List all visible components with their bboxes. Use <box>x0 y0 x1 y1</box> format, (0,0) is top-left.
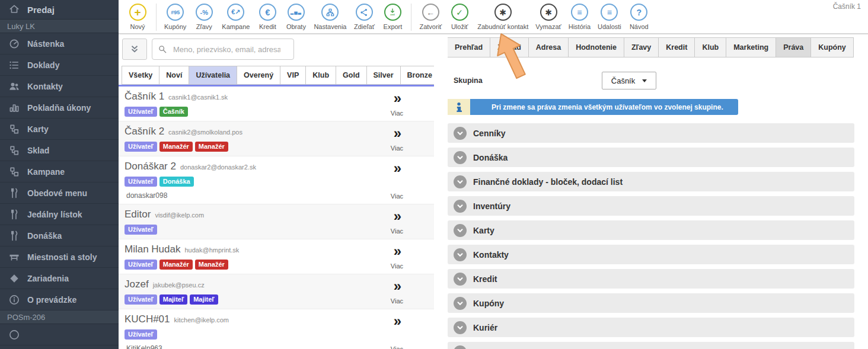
kampane-button[interactable]: €↗Kampane <box>218 4 253 30</box>
detail-tab-zľavy[interactable]: Zľavy <box>624 37 659 57</box>
section-kredit[interactable]: Kredit <box>448 269 854 289</box>
sidebar-item-pokladňa-úkony[interactable]: Pokladňa úkony <box>0 97 119 119</box>
kupóny-button[interactable]: #95Kupóny <box>161 4 190 30</box>
zabudnúť-kontakt-icon: ✱ <box>494 4 512 21</box>
toolbar-button-label: Export <box>384 23 403 30</box>
toolbar-button-label: Obraty <box>286 23 306 30</box>
filter-tab-klub[interactable]: Klub <box>305 66 336 85</box>
contact-row-jozef[interactable]: Jozefjakubek@pseu.czUžívateľMajiteľMajit… <box>119 274 434 309</box>
download-xml-icon: xml <box>388 8 397 17</box>
contact-email: hudak@hmprint.sk <box>185 246 240 254</box>
sidebar-item-o-prevádzke[interactable]: O prevádzke <box>0 289 119 310</box>
detail-tab-kupóny[interactable]: Kupóny <box>810 37 854 57</box>
kredit-button[interactable]: €Kredit <box>253 4 282 30</box>
detail-tab-základ[interactable]: Základ <box>490 37 529 57</box>
sidebar-item-zariadenia[interactable]: Zariadenia <box>0 268 119 289</box>
circle-icon <box>8 329 20 341</box>
filter-tab-overený[interactable]: Overený <box>237 66 280 85</box>
contact-more-button[interactable]: »Viac <box>391 162 403 200</box>
nový-button[interactable]: +Nový <box>123 4 152 30</box>
filter-tab-vip[interactable]: VIP <box>280 66 306 85</box>
detail-tab-kredit[interactable]: Kredit <box>658 37 695 57</box>
contact-row-donáškar-2[interactable]: Donáškar 2donaskar2@donaskar2.skUžívateľ… <box>119 156 434 204</box>
uložiť-button[interactable]: ✓Uložiť <box>445 4 474 30</box>
sidebar-item-donáška[interactable]: Donáška <box>0 225 119 246</box>
contact-list: Čašník 1casnik1@casnik1.skUžívateľČašník… <box>119 87 434 349</box>
sidebar-item-kontakty[interactable]: Kontakty <box>0 76 119 97</box>
filter-tab-noví[interactable]: Noví <box>159 66 189 85</box>
filter-tab-užívatelia[interactable]: Užívatelia <box>189 66 237 85</box>
contact-more-button[interactable]: »Viac <box>391 280 403 305</box>
zdieľať-button[interactable]: Zdieľať <box>350 4 378 30</box>
uložiť-icon: ✓ <box>451 4 468 21</box>
sidebar-item-doklady[interactable]: Doklady <box>0 55 119 76</box>
section-cenníky[interactable]: Cenníky <box>448 123 854 143</box>
contact-more-button[interactable]: »Viac <box>391 315 403 349</box>
detail-tab-práva[interactable]: Práva <box>776 37 811 57</box>
search-input[interactable] <box>172 44 282 55</box>
sidebar-item-kampane[interactable]: Kampane <box>0 161 119 182</box>
contact-row-kuch-01[interactable]: KUCH#01kitchen@ikelp.comUžívateľKitiKelp… <box>119 309 434 349</box>
section-kuriér[interactable]: Kuriér <box>448 318 854 337</box>
section-karty[interactable]: Karty <box>448 220 854 240</box>
contact-row-čašník-1[interactable]: Čašník 1casnik1@casnik1.skUžívateľČašník… <box>119 87 434 121</box>
sidebar-item-miestnosti-a-stoly[interactable]: Miestnosti a stoly <box>0 246 119 268</box>
chevron-circle <box>454 297 467 310</box>
contact-row-čašník-2[interactable]: Čašník 2casnik2@smolkoland.posUžívateľMa… <box>119 121 434 156</box>
filter-tab-všetky[interactable]: Všetky <box>122 66 159 85</box>
contact-more-button[interactable]: »Viac <box>391 245 403 270</box>
sidebar-item-obedové-menu[interactable]: Obedové menu <box>0 182 119 204</box>
toolbar-button-label: Udalosti <box>598 23 621 30</box>
sidebar-item-sklad[interactable]: Sklad <box>0 140 119 161</box>
udalosti-button[interactable]: ≡Udalosti <box>594 4 625 30</box>
vymazať-button[interactable]: ✱Vymazať <box>532 4 564 30</box>
nastavenia-button[interactable]: Nastavenia <box>310 4 350 30</box>
zľavy-button[interactable]: -%Zľavy <box>190 4 218 30</box>
filter-tab-bronze[interactable]: Bronze <box>400 66 434 85</box>
sidebar-item-partial[interactable] <box>0 324 119 345</box>
section-kupóny[interactable]: Kupóny <box>448 293 854 313</box>
group-select[interactable]: Čašník <box>602 72 656 89</box>
current-user-label: Čašník 1 <box>833 2 861 11</box>
sidebar-item-karty[interactable]: Karty <box>0 119 119 140</box>
detail-tab-marketing[interactable]: Marketing <box>726 37 776 57</box>
filter-tab-gold[interactable]: Gold <box>336 66 366 85</box>
obraty-button[interactable]: ▂▅▃Obraty <box>282 4 310 30</box>
search-box <box>152 39 294 60</box>
collapse-search-button[interactable] <box>122 39 147 60</box>
contact-more-button[interactable]: »Viac <box>391 127 403 152</box>
zatvoriť-button[interactable]: ←Zatvoriť <box>416 4 445 30</box>
info-banner-icon-box <box>448 99 470 115</box>
filter-tab-silver[interactable]: Silver <box>366 66 401 85</box>
section-finančné-doklady-bloček-dodací-list[interactable]: Finančné doklady - bloček, dodací list <box>448 172 854 191</box>
section-donáška[interactable]: Donáška <box>448 148 854 167</box>
section-label: Inventúry <box>473 201 510 211</box>
section-partial[interactable] <box>448 342 854 349</box>
contact-row-milan-hudak[interactable]: Milan Hudakhudak@hmprint.skUžívateľManaž… <box>119 239 434 274</box>
contact-row-editor[interactable]: Editorvisdif@ikelp.comUžívateľ»Viac <box>119 204 434 239</box>
section-inventúry[interactable]: Inventúry <box>448 196 854 216</box>
section-kontakty[interactable]: Kontakty <box>448 245 854 264</box>
contact-more-button[interactable]: »Viac <box>391 92 403 117</box>
section-label: Cenníky <box>473 129 505 138</box>
badge-majiteľ: Majiteľ <box>159 294 187 305</box>
contact-badges: UžívateľMajiteľMajiteľ <box>125 293 434 305</box>
detail-tab-adresa[interactable]: Adresa <box>528 37 569 57</box>
detail-tab-prehľad[interactable]: Prehľad <box>448 37 490 57</box>
more-label: Viac <box>391 145 403 152</box>
história-button[interactable]: ≡História <box>565 4 594 30</box>
contact-badges: UžívateľManažérManažér <box>125 258 434 270</box>
detail-tab-klub[interactable]: Klub <box>694 37 726 57</box>
nový-icon: + <box>129 4 146 21</box>
návod-button[interactable]: ?Návod <box>625 4 653 30</box>
svg-text:xml: xml <box>391 13 395 16</box>
detail-tab-hodnotenie[interactable]: Hodnotenie <box>568 37 624 57</box>
sidebar-item-predaj[interactable]: Predaj <box>0 0 119 20</box>
double-chevron-right-icon: » <box>394 210 400 223</box>
zabudnúť-kontakt-button[interactable]: ✱Zabudnúť kontakt <box>474 4 532 30</box>
contact-more-button[interactable]: »Viac <box>391 210 403 235</box>
chevron-down-icon <box>456 299 464 308</box>
sidebar-item-jedálny-lístok[interactable]: Jedálny lístok <box>0 204 119 225</box>
sidebar-item-nástenka[interactable]: Nástenka <box>0 33 119 55</box>
export-button[interactable]: xmlExport <box>378 4 407 30</box>
